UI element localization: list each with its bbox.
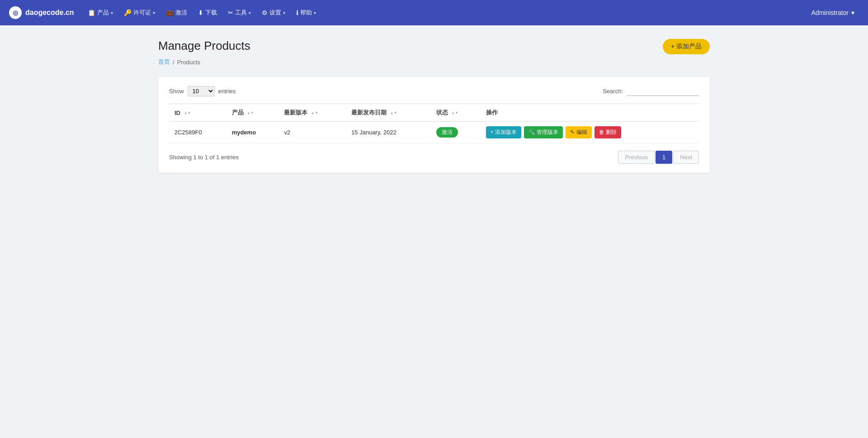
- cell-id: 2C2589F0: [169, 122, 226, 143]
- license-icon: 🔑: [124, 9, 132, 16]
- version-sort-icon[interactable]: ▲▼: [311, 111, 318, 115]
- col-product: 产品 ▲▼: [226, 104, 279, 122]
- entries-label: entries: [218, 88, 236, 95]
- products-chevron: ▾: [111, 10, 113, 15]
- status-sort-icon[interactable]: ▲▼: [451, 111, 458, 115]
- navbar: ◎ daogecode.cn 📋 产品 ▾ 🔑 许可证 ▾ 💼 激活 ⬇ 下载 …: [0, 0, 868, 25]
- table-header-row: ID ▲▼ 产品 ▲▼ 最新版本 ▲▼ 最新发布日期 ▲▼: [169, 104, 699, 122]
- tools-icon: ✂: [228, 9, 233, 16]
- nav-tools[interactable]: ✂ 工具 ▾: [223, 6, 255, 19]
- table-footer: Showing 1 to 1 of 1 entries Previous 1 N…: [169, 151, 699, 164]
- manage-versions-button[interactable]: 🔧 管理版本: [524, 126, 563, 138]
- edit-button[interactable]: ✎ 编辑: [566, 126, 591, 138]
- date-sort-icon[interactable]: ▲▼: [390, 111, 397, 115]
- col-date: 最新发布日期 ▲▼: [346, 104, 431, 122]
- activate-icon: 💼: [166, 9, 174, 16]
- delete-button[interactable]: 🗑 删除: [594, 126, 621, 138]
- navbar-right: Administrator ▾: [807, 6, 859, 19]
- table-card: Show 10 25 50 100 entries Search: ID: [158, 77, 710, 173]
- nav-download-label: 下载: [205, 9, 217, 17]
- status-badge: 激活: [436, 127, 458, 138]
- admin-menu[interactable]: Administrator ▾: [807, 6, 859, 19]
- brand-name: daogecode.cn: [25, 9, 74, 17]
- nav-settings[interactable]: ⚙ 设置 ▾: [257, 6, 290, 19]
- nav-products[interactable]: 📋 产品 ▾: [83, 6, 118, 19]
- nav-help[interactable]: ℹ 帮助 ▾: [292, 6, 321, 19]
- action-buttons: + 添加版本 🔧 管理版本 ✎ 编辑 🗑 删除: [486, 126, 693, 138]
- tools-chevron: ▾: [249, 10, 251, 15]
- download-icon: ⬇: [198, 9, 203, 16]
- help-chevron: ▾: [314, 10, 316, 15]
- breadcrumb: 首页 / Products: [158, 58, 710, 66]
- nav-products-label: 产品: [97, 9, 109, 17]
- brand-link[interactable]: ◎ daogecode.cn: [9, 6, 74, 19]
- previous-button[interactable]: Previous: [618, 151, 655, 164]
- admin-chevron: ▾: [851, 9, 854, 16]
- nav-help-label: 帮助: [300, 9, 312, 17]
- next-button[interactable]: Next: [673, 151, 699, 164]
- settings-icon: ⚙: [262, 9, 268, 16]
- breadcrumb-current: Products: [177, 59, 200, 66]
- search-area: Search:: [603, 87, 699, 96]
- admin-label: Administrator: [811, 9, 849, 16]
- nav-license-label: 许可证: [133, 9, 151, 17]
- entries-select[interactable]: 10 25 50 100: [188, 86, 215, 96]
- breadcrumb-separator: /: [173, 59, 175, 66]
- show-label: Show: [169, 88, 184, 95]
- nav-settings-label: 设置: [269, 9, 281, 17]
- products-icon: 📋: [88, 9, 95, 16]
- product-sort-icon[interactable]: ▲▼: [247, 111, 254, 115]
- id-sort-icon[interactable]: ▲▼: [184, 111, 191, 115]
- cell-status: 激活: [431, 122, 481, 143]
- showing-text: Showing 1 to 1 of 1 entries: [169, 154, 239, 161]
- cell-version: v2: [278, 122, 346, 143]
- settings-chevron: ▾: [283, 10, 285, 15]
- nav-activate-label: 激活: [175, 9, 187, 17]
- search-input[interactable]: [627, 87, 699, 96]
- table-controls: Show 10 25 50 100 entries Search:: [169, 86, 699, 96]
- table-row: 2C2589F0 mydemo v2 15 January, 2022 激活 +…: [169, 122, 699, 143]
- col-version: 最新版本 ▲▼: [278, 104, 346, 122]
- search-label: Search:: [603, 88, 623, 95]
- add-product-button[interactable]: + 添加产品: [663, 39, 710, 54]
- data-table: ID ▲▼ 产品 ▲▼ 最新版本 ▲▼ 最新发布日期 ▲▼: [169, 104, 699, 143]
- nav-tools-label: 工具: [235, 9, 247, 17]
- page-title: Manage Products: [158, 39, 250, 53]
- brand-icon: ◎: [9, 6, 22, 19]
- show-entries: Show 10 25 50 100 entries: [169, 86, 236, 96]
- page-1-button[interactable]: 1: [656, 151, 672, 164]
- nav-license[interactable]: 🔑 许可证 ▾: [119, 6, 160, 19]
- nav-download[interactable]: ⬇ 下载: [193, 6, 222, 19]
- col-id: ID ▲▼: [169, 104, 226, 122]
- license-chevron: ▾: [153, 10, 155, 15]
- help-icon: ℹ: [296, 9, 298, 16]
- page-header: Manage Products + 添加产品: [158, 39, 710, 54]
- col-actions: 操作: [481, 104, 699, 122]
- cell-date: 15 January, 2022: [346, 122, 431, 143]
- col-status: 状态 ▲▼: [431, 104, 481, 122]
- add-version-button[interactable]: + 添加版本: [486, 126, 521, 138]
- cell-actions: + 添加版本 🔧 管理版本 ✎ 编辑 🗑 删除: [481, 122, 699, 143]
- pagination: Previous 1 Next: [618, 151, 699, 164]
- page-content: Manage Products + 添加产品 首页 / Products Sho…: [140, 25, 728, 186]
- nav-activate[interactable]: 💼 激活: [161, 6, 192, 19]
- breadcrumb-home[interactable]: 首页: [158, 58, 170, 66]
- cell-product: mydemo: [226, 122, 279, 143]
